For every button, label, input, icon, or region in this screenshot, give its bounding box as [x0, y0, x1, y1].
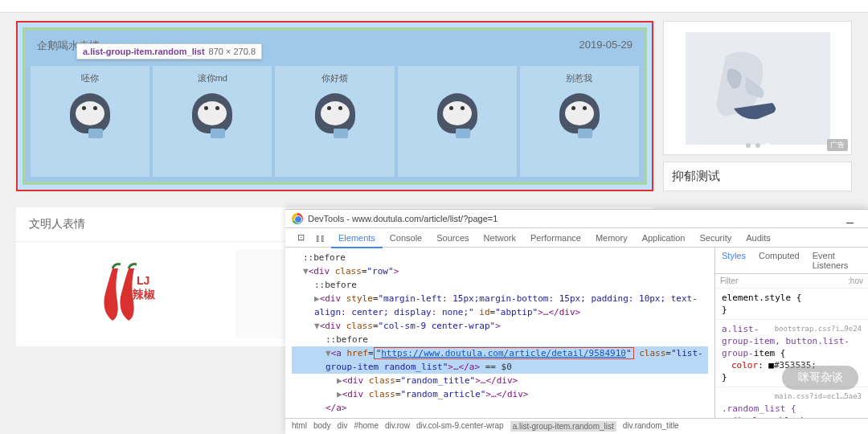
- tab-elements[interactable]: Elements: [331, 229, 383, 248]
- thumb[interactable]: 别惹我: [520, 66, 639, 177]
- thumb[interactable]: 滚你md: [153, 66, 272, 177]
- tab-memory[interactable]: Memory: [588, 229, 635, 247]
- watermark: 咪哥杂谈: [782, 366, 858, 390]
- chrome-icon: [292, 213, 303, 224]
- svg-text:辣椒: 辣椒: [132, 288, 156, 301]
- tab-security[interactable]: Security: [692, 229, 739, 247]
- card-date: 2019-05-29: [579, 39, 633, 53]
- breadcrumb[interactable]: htmlbodydiv#homediv.rowdiv.col-sm-9.cent…: [285, 418, 868, 434]
- thumb[interactable]: [398, 66, 517, 177]
- thumb[interactable]: 呸你: [31, 66, 149, 177]
- elements-tree[interactable]: ::before ▼<div class="row"> ::before ▶<d…: [285, 248, 714, 418]
- thumb-row: 呸你滚你md你好烦别惹我: [26, 61, 644, 182]
- tab-application[interactable]: Application: [635, 229, 693, 247]
- devtools-tabs: ⊡ ⫿⫿ ElementsConsoleSourcesNetworkPerfor…: [285, 228, 868, 248]
- ad-label[interactable]: 抑郁测试: [663, 162, 852, 191]
- inspect-icon[interactable]: ⊡: [292, 228, 310, 247]
- inspect-tooltip: a.list-group-item.random_list870 × 270.8: [76, 43, 262, 59]
- thumb[interactable]: 你好烦: [275, 66, 394, 177]
- list-item[interactable]: LJ辣椒: [29, 250, 227, 338]
- tab-audits[interactable]: Audits: [739, 229, 778, 247]
- device-icon[interactable]: ⫿⫿: [310, 229, 331, 247]
- tab-console[interactable]: Console: [383, 229, 429, 247]
- devtools-panel: DevTools - www.doutula.com/article/list/…: [285, 209, 868, 434]
- minimize-icon[interactable]: [846, 223, 854, 223]
- styles-panel[interactable]: StylesComputedEvent Listeners Filter:hov…: [714, 248, 868, 418]
- ad-image[interactable]: 广告: [663, 21, 852, 155]
- ad-tag: 广告: [827, 139, 848, 151]
- tab-performance[interactable]: Performance: [523, 229, 588, 247]
- tab-sources[interactable]: Sources: [429, 229, 476, 247]
- tab-network[interactable]: Network: [477, 229, 523, 247]
- svg-text:LJ: LJ: [137, 274, 149, 287]
